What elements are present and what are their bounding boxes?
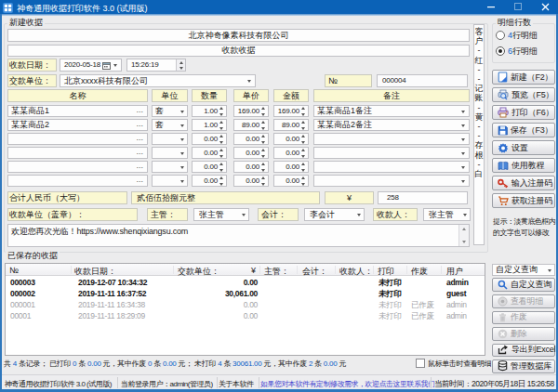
spin-down-icon[interactable] bbox=[261, 155, 265, 158]
query-dropdown-arrow[interactable] bbox=[548, 269, 551, 272]
radio-6-rows[interactable]: 6行明细 bbox=[496, 46, 538, 56]
item-price-spinbox[interactable]: 0.00 bbox=[233, 175, 269, 187]
saved-row[interactable]: 00001 2019-11-11 18:29:09 0.00 未打印 已作废 a… bbox=[6, 311, 485, 322]
spin-down-icon[interactable] bbox=[261, 113, 265, 116]
col-payee[interactable]: 收款人： bbox=[339, 266, 373, 278]
spin-down-icon[interactable] bbox=[301, 127, 305, 130]
spin-down-icon[interactable] bbox=[301, 183, 305, 186]
item-amount-spinbox[interactable]: 89.00 bbox=[273, 119, 309, 131]
item-price-spinbox[interactable]: 0.00 bbox=[233, 133, 269, 145]
item-name-browse-button[interactable]: ... bbox=[136, 149, 143, 154]
item-price-spinner[interactable] bbox=[260, 135, 266, 144]
spin-up-icon[interactable] bbox=[261, 121, 265, 124]
welcome-textarea[interactable]: 欢迎您再次光临！https://www.shenqixiangsu.com bbox=[7, 224, 470, 247]
time-spin-down-button[interactable] bbox=[177, 65, 185, 71]
item-name-field[interactable]: ... bbox=[7, 161, 148, 173]
spin-down-icon[interactable] bbox=[219, 113, 223, 116]
status-contact-link[interactable]: 如果您对本软件有定制修改需求，欢迎点击这里联系我们 bbox=[260, 379, 435, 389]
tutorial-button[interactable]: 使用教程 bbox=[492, 158, 555, 173]
spin-down-icon[interactable] bbox=[301, 113, 305, 116]
spin-up-icon[interactable] bbox=[261, 135, 265, 137]
spin-down-icon[interactable] bbox=[301, 169, 305, 172]
save-button[interactable]: 保存（F3） bbox=[492, 123, 555, 137]
item-remark-combo[interactable]: 某某商品2备注 bbox=[313, 119, 470, 131]
item-amount-spinbox[interactable]: 169.00 bbox=[273, 105, 309, 117]
item-unit-dropdown-arrow[interactable] bbox=[180, 111, 184, 113]
manage-db-button[interactable]: 管理数据库 bbox=[492, 359, 555, 373]
item-remark-combo[interactable] bbox=[313, 175, 470, 187]
saved-row[interactable]: 000002 2019-11-11 16:37:52 30,061.00 未打印… bbox=[6, 289, 485, 300]
item-name-browse-button[interactable]: ... bbox=[136, 163, 143, 168]
spin-down-icon[interactable] bbox=[301, 155, 305, 158]
item-qty-spinbox[interactable]: 1.00 bbox=[192, 105, 227, 117]
print-button[interactable]: 打印（F6） bbox=[492, 105, 555, 120]
spin-down-icon[interactable] bbox=[261, 183, 265, 186]
time-picker[interactable]: 15:26:19 bbox=[126, 59, 186, 72]
item-amount-spinbox[interactable]: 0.00 bbox=[273, 147, 309, 159]
welcome-scrollbar[interactable] bbox=[458, 225, 469, 246]
item-unit-combo[interactable] bbox=[152, 161, 188, 173]
item-unit-dropdown-arrow[interactable] bbox=[180, 166, 184, 169]
item-unit-dropdown-arrow[interactable] bbox=[180, 124, 184, 127]
item-price-spinner[interactable] bbox=[260, 107, 266, 116]
item-unit-combo[interactable] bbox=[152, 133, 188, 145]
item-remark-dropdown-arrow[interactable] bbox=[461, 138, 465, 141]
item-remark-combo[interactable] bbox=[313, 161, 470, 173]
item-qty-spinner[interactable] bbox=[219, 163, 224, 172]
item-qty-spinner[interactable] bbox=[219, 135, 224, 144]
spin-up-icon[interactable] bbox=[219, 135, 223, 137]
item-amount-spinner[interactable] bbox=[300, 135, 306, 144]
export-excel-button[interactable]: 导出到Excel bbox=[492, 344, 555, 358]
spin-up-icon[interactable] bbox=[261, 176, 265, 179]
col-accountant[interactable]: 会计： bbox=[302, 266, 327, 278]
spin-up-icon[interactable] bbox=[261, 163, 265, 165]
item-qty-spinner[interactable] bbox=[219, 149, 224, 158]
spin-up-icon[interactable] bbox=[301, 107, 305, 110]
item-unit-combo[interactable] bbox=[152, 175, 188, 187]
spin-down-icon[interactable] bbox=[219, 141, 223, 144]
custom-query-button[interactable]: 自定义查询 bbox=[492, 278, 555, 292]
receipt-no-field[interactable]: 000004 bbox=[377, 74, 468, 87]
spin-down-icon[interactable] bbox=[219, 155, 223, 158]
settings-button[interactable]: 设置 bbox=[492, 140, 555, 155]
item-qty-spinbox[interactable]: 1.00 bbox=[192, 119, 227, 131]
view-detail-button[interactable]: 查看明细 bbox=[492, 294, 555, 308]
item-name-browse-button[interactable]: ... bbox=[136, 121, 143, 126]
item-qty-spinbox[interactable]: 0.00 bbox=[192, 175, 227, 187]
manager-dropdown-arrow[interactable] bbox=[242, 214, 246, 216]
item-amount-spinner[interactable] bbox=[300, 163, 306, 172]
item-remark-dropdown-arrow[interactable] bbox=[461, 124, 465, 127]
spin-up-icon[interactable] bbox=[219, 176, 223, 179]
preview-button[interactable]: 预览（F5） bbox=[492, 87, 555, 102]
item-qty-spinner[interactable] bbox=[219, 176, 224, 186]
col-void[interactable]: 作废 bbox=[411, 266, 428, 278]
payer-dropdown-arrow[interactable] bbox=[247, 80, 251, 83]
accountant-dropdown-arrow[interactable] bbox=[357, 214, 361, 216]
click-view-checkbox[interactable]: 鼠标单击时查看明细 bbox=[416, 359, 491, 369]
scroll-down-icon[interactable] bbox=[459, 238, 469, 246]
spin-up-icon[interactable] bbox=[301, 135, 305, 137]
spin-down-icon[interactable] bbox=[261, 141, 265, 144]
close-button[interactable] bbox=[535, 3, 555, 12]
radio-4-rows[interactable]: 4行明细 bbox=[496, 31, 538, 40]
total-value-field[interactable]: 258 bbox=[378, 191, 468, 204]
col-payer[interactable]: 交款单位： bbox=[178, 266, 219, 278]
saved-grid-header[interactable]: № 收款日期： 交款单位： ¥ 主管： 会计： 收款人： 打印 作废 用户 bbox=[6, 264, 485, 276]
item-remark-dropdown-arrow[interactable] bbox=[461, 180, 465, 183]
item-remark-combo[interactable] bbox=[313, 133, 470, 145]
item-unit-combo[interactable] bbox=[152, 147, 188, 159]
accountant-combo[interactable]: 李会计 bbox=[304, 208, 365, 221]
enter-code-button[interactable]: 输入注册码 bbox=[492, 176, 555, 190]
spin-down-icon[interactable] bbox=[261, 127, 265, 130]
payee-dropdown-arrow[interactable] bbox=[463, 214, 467, 216]
date-picker[interactable]: 2020-05-18 bbox=[60, 59, 122, 72]
item-remark-dropdown-arrow[interactable] bbox=[461, 111, 465, 113]
spin-up-icon[interactable] bbox=[261, 149, 265, 151]
item-price-spinner[interactable] bbox=[260, 121, 266, 130]
item-amount-spinner[interactable] bbox=[300, 176, 306, 186]
col-print[interactable]: 打印 bbox=[378, 266, 394, 278]
maximize-button[interactable] bbox=[508, 3, 528, 12]
doc-title-field[interactable]: 收款收据 bbox=[7, 45, 470, 58]
saved-row[interactable]: 000001 2019-11-11 16:34:38 0.00 未打印 已作废 … bbox=[6, 300, 485, 311]
spin-up-icon[interactable] bbox=[179, 61, 183, 64]
